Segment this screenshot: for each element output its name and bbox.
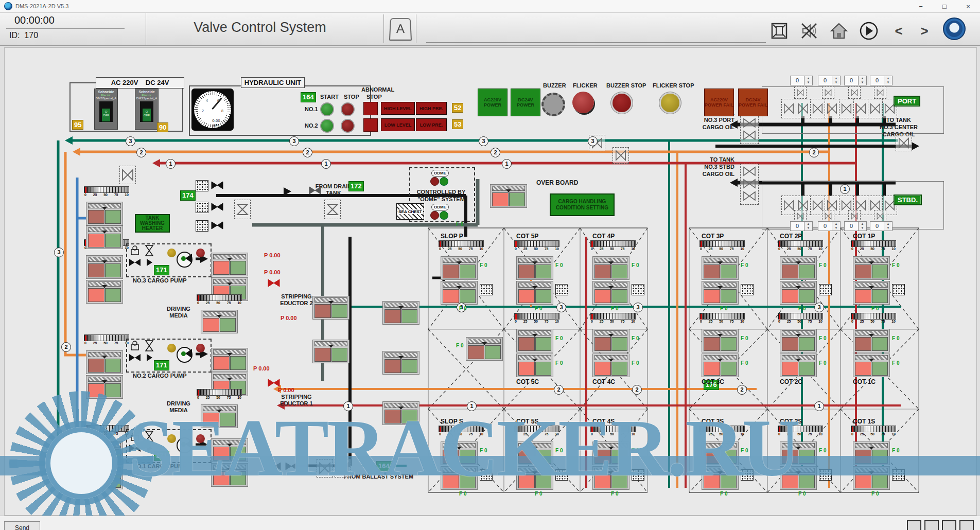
valve-close-indicator[interactable] [594, 474, 611, 488]
port-damper-2[interactable] [822, 86, 834, 99]
valve-actuator-block[interactable] [211, 253, 248, 276]
valve-open-indicator[interactable] [721, 362, 737, 376]
valve-close-indicator[interactable] [855, 474, 871, 488]
valve-open-indicator[interactable] [401, 359, 418, 373]
valve-actuator-block[interactable] [516, 441, 553, 465]
flicker-stop-button[interactable] [661, 94, 679, 112]
valve-close-indicator[interactable] [518, 450, 535, 464]
valve-actuator-block[interactable] [592, 329, 629, 352]
counter-spinner[interactable]: ▲▼ [832, 76, 841, 85]
footer-icon-3[interactable] [942, 520, 956, 530]
valve-actuator-block[interactable] [702, 329, 739, 352]
valve-close-indicator[interactable] [594, 337, 611, 351]
valve-actuator-block[interactable] [441, 466, 478, 490]
valve-close-indicator[interactable] [213, 471, 230, 485]
valve-close-indicator[interactable] [518, 264, 535, 278]
valve-actuator-block[interactable] [780, 441, 817, 465]
valve-open-indicator[interactable] [535, 264, 552, 278]
valve-close-indicator[interactable] [782, 337, 798, 351]
valve-actuator-block[interactable] [86, 280, 123, 304]
no2-start-button[interactable] [320, 119, 334, 133]
valve-open-indicator[interactable] [220, 413, 236, 427]
valve-actuator-block[interactable] [592, 256, 629, 280]
valve-open-indicator[interactable] [331, 348, 348, 362]
valve-open-indicator[interactable] [611, 289, 628, 303]
port-manifold-valve-3[interactable] [810, 99, 825, 118]
stbd-damper-1[interactable] [794, 210, 807, 222]
valve-symbol[interactable] [234, 200, 251, 219]
port-damper-4[interactable] [874, 86, 886, 99]
buzzer-stop-button[interactable] [612, 94, 631, 112]
valve-actuator-block[interactable] [312, 296, 349, 320]
valve-open-indicator[interactable] [611, 337, 628, 351]
valve-open-indicator[interactable] [401, 410, 418, 423]
no2-abnormal-stop[interactable] [363, 118, 378, 132]
valve-close-indicator[interactable] [384, 410, 401, 423]
valve-close-indicator[interactable] [782, 264, 798, 278]
valve-actuator-block[interactable] [853, 354, 890, 377]
valve-open-indicator[interactable] [799, 450, 815, 464]
valve-icon[interactable] [285, 462, 297, 470]
pump-symbol[interactable] [177, 347, 192, 363]
valve-close-indicator[interactable] [594, 450, 611, 464]
valve-close-indicator[interactable] [704, 337, 720, 351]
valve-close-indicator[interactable] [782, 474, 798, 488]
valve-close-indicator[interactable] [492, 192, 509, 206]
valve-icon[interactable] [268, 279, 280, 287]
valve-close-indicator[interactable] [443, 474, 459, 488]
valve-open-indicator[interactable] [721, 474, 737, 488]
valve-close-indicator[interactable] [594, 362, 611, 376]
fullscreen-icon[interactable] [768, 21, 791, 41]
valve-open-indicator[interactable] [460, 474, 476, 488]
port-manifold-valve-5[interactable] [839, 99, 854, 118]
valve-actuator-block[interactable] [86, 375, 123, 399]
footer-icon-2[interactable] [924, 520, 939, 530]
valve-open-indicator[interactable] [872, 450, 888, 464]
valve-actuator-block[interactable] [516, 354, 553, 377]
valve-close-indicator[interactable] [213, 356, 230, 370]
over-board-valve[interactable] [490, 184, 527, 208]
counter-spinner[interactable]: ▲▼ [859, 221, 867, 231]
valve-close-indicator[interactable] [704, 450, 720, 464]
valve-close-indicator[interactable] [782, 289, 798, 303]
valve-actuator-block[interactable] [382, 401, 419, 425]
counter-spinner[interactable]: ▲▼ [884, 76, 892, 85]
valve-close-indicator[interactable] [518, 362, 535, 376]
valve-symbol[interactable] [324, 200, 341, 219]
port-manifold-valve-1[interactable] [781, 99, 796, 118]
valve-close-indicator[interactable] [88, 449, 104, 463]
valve-open-indicator[interactable] [535, 337, 552, 351]
counter-spinner[interactable]: ▲▼ [804, 221, 813, 231]
valve-close-indicator[interactable] [443, 264, 459, 278]
valve-open-indicator[interactable] [230, 356, 247, 370]
valve-close-indicator[interactable] [384, 309, 401, 323]
valve-open-indicator[interactable] [460, 264, 476, 278]
maximize-button[interactable]: □ [933, 1, 956, 12]
valve-open-indicator[interactable] [799, 474, 815, 488]
valve-actuator-block[interactable] [592, 441, 629, 465]
valve-open-indicator[interactable] [611, 362, 628, 376]
valve-open-indicator[interactable] [799, 264, 815, 278]
valve-open-indicator[interactable] [105, 288, 121, 302]
valve-close-indicator[interactable] [855, 450, 871, 464]
valve-actuator-block[interactable] [211, 438, 248, 462]
valve-open-indicator[interactable] [535, 450, 552, 464]
valve-open-indicator[interactable] [872, 264, 888, 278]
valve-open-indicator[interactable] [230, 447, 247, 461]
stbd-damper-4[interactable] [874, 210, 886, 222]
valve-close-indicator[interactable] [855, 362, 871, 376]
footer-icon-1[interactable] [907, 520, 921, 530]
valve-close-indicator[interactable] [314, 348, 331, 362]
valve-actuator-block[interactable] [86, 441, 123, 465]
close-button[interactable]: × [956, 1, 980, 12]
valve-close-indicator[interactable] [384, 359, 401, 373]
valve-symbol[interactable] [119, 166, 136, 184]
valve-open-indicator[interactable] [105, 359, 121, 373]
valve-open-indicator[interactable] [872, 474, 888, 488]
valve-actuator-block[interactable] [382, 351, 419, 375]
no1-stop-button[interactable] [341, 102, 355, 116]
valve-close-indicator[interactable] [855, 289, 871, 303]
valve-open-indicator[interactable] [872, 362, 888, 376]
valve-actuator-block[interactable] [592, 466, 629, 490]
valve-actuator-block[interactable] [516, 329, 553, 352]
